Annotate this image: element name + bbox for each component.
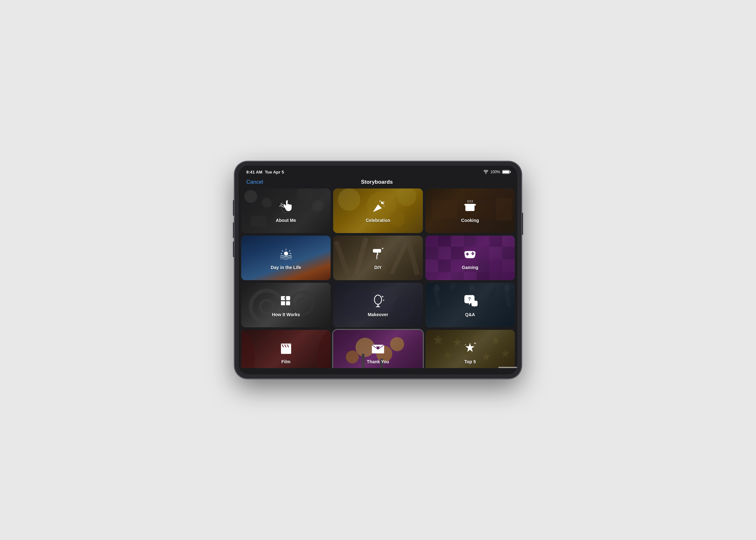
grid-item-qa[interactable]: ? Q&A [425,283,515,327]
speech-bubble-question-icon: ? [462,293,478,310]
svg-rect-72 [467,252,468,256]
grid-label-top5: Top 5 [464,359,476,364]
battery-percent: 100% [490,170,500,174]
star-sparkle-icon [462,340,478,356]
svg-rect-36 [377,252,378,255]
svg-point-96 [383,300,384,301]
grid-item-celebration[interactable]: Celebration [333,189,423,233]
svg-rect-82 [286,296,290,300]
svg-point-38 [382,248,383,249]
grid-content-about-me: About Me [241,189,331,233]
svg-rect-23 [474,204,476,205]
grid-content-how-it-works: How It Works [241,283,331,327]
grid-content-diy: DIY [333,236,423,280]
grid-label-celebration: Celebration [366,218,390,223]
svg-marker-130 [466,342,475,352]
grid-item-top5[interactable]: Top 5 [425,330,515,368]
svg-line-29 [282,251,283,251]
grid-label-about-me: About Me [276,218,296,223]
grid-label-qa: Q&A [465,312,475,317]
grid-item-how-it-works[interactable]: How It Works [241,283,331,327]
svg-point-91 [382,296,383,297]
cancel-button[interactable]: Cancel [246,179,263,185]
hand-wave-icon [278,199,294,215]
grid-item-film[interactable]: Film [241,330,331,368]
ipad-device: 9:41 AM Tue Apr 5 100% Cancel Storyboard… [235,162,521,378]
svg-point-24 [284,251,288,256]
page-title: Storyboards [361,179,393,185]
grid-item-cooking[interactable]: Cooking [425,189,515,233]
svg-text:?: ? [468,296,471,302]
grid-content-qa: ? Q&A [425,283,515,327]
grid-label-film: Film [281,359,290,364]
paint-roller-icon [370,246,386,262]
svg-point-136 [465,344,466,345]
grid-content-day-in-life: Day in the Life [241,236,331,280]
grid-content-celebration: Celebration [333,189,423,233]
grid-label-thank-you: Thank You [367,359,389,364]
svg-point-131 [475,342,476,343]
nav-bar: Cancel Storyboards [239,177,517,188]
svg-point-75 [472,252,474,253]
grid-item-gaming[interactable]: Gaming [425,236,515,280]
grid-label-how-it-works: How It Works [272,312,300,317]
grid-content-film: Film [241,330,331,368]
grid-label-diy: DIY [374,265,381,270]
grid-item-about-me[interactable]: About Me [241,189,331,233]
svg-point-73 [472,253,473,254]
grid-content-cooking: Cooking [425,189,515,233]
svg-rect-84 [286,301,290,305]
svg-rect-114 [281,343,291,345]
status-right: 100% [483,170,510,174]
mirror-icon [370,293,386,310]
svg-rect-83 [281,301,285,305]
envelope-heart-icon [370,340,386,356]
grid-label-makeover: Makeover [368,312,388,317]
sunrise-icon [278,246,294,262]
svg-point-74 [473,253,475,254]
svg-line-26 [289,251,290,251]
status-time: 9:41 AM Tue Apr 5 [246,170,284,175]
grid-item-makeover[interactable]: Makeover [333,283,423,327]
grid-item-thank-you[interactable]: Thank You [333,330,423,368]
svg-rect-81 [281,296,285,300]
svg-rect-37 [377,255,377,259]
svg-rect-90 [376,306,380,307]
status-bar: 9:41 AM Tue Apr 5 100% [239,166,517,177]
grid-item-day-in-life[interactable]: Day in the Life [241,236,331,280]
svg-rect-35 [373,249,381,252]
svg-rect-112 [281,347,291,354]
party-popper-icon [370,199,386,215]
grid-content-makeover: Makeover [333,283,423,327]
ipad-screen: 9:41 AM Tue Apr 5 100% Cancel Storyboard… [239,166,517,374]
grid-content-top5: Top 5 [425,330,515,368]
battery-icon [502,170,510,174]
svg-marker-10 [373,204,382,212]
svg-line-16 [379,200,380,202]
film-clapper-icon [278,340,294,356]
grid-item-diy[interactable]: DIY [333,236,423,280]
storyboard-grid: About Me [239,188,517,368]
grid-label-day-in-life: Day in the Life [271,265,301,270]
svg-line-17 [384,206,385,206]
grid-content-thank-you: Thank You [333,330,423,368]
scroll-indicator [498,367,517,368]
wifi-icon [483,170,488,174]
grid-content-gaming: Gaming [425,236,515,280]
svg-point-76 [472,254,474,255]
gamepad-icon [462,246,478,262]
grid-label-cooking: Cooking [461,218,479,223]
svg-point-88 [375,295,381,304]
cooking-pot-icon [462,199,478,215]
gears-icon [278,293,294,310]
grid-label-gaming: Gaming [462,265,478,270]
